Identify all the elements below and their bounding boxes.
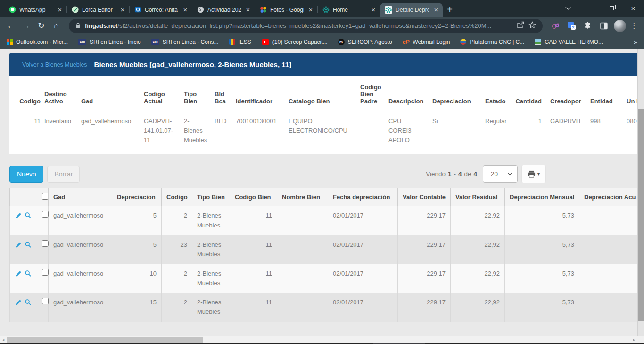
- close-icon[interactable]: ×: [432, 6, 440, 14]
- home-icon[interactable]: ⌂: [50, 21, 63, 31]
- col-valor-residual[interactable]: Valor Residual: [451, 188, 505, 206]
- cell-depreciacion: 5: [112, 235, 162, 264]
- tab-correo-outlook[interactable]: Correo: Anita Sos ×: [129, 3, 192, 17]
- print-button[interactable]: ▾: [521, 165, 546, 183]
- tab-google-fotos[interactable]: Fotos - Google F ×: [255, 3, 317, 17]
- col-depreciacion-mensual[interactable]: Depreciacion Mensual: [505, 188, 579, 206]
- vertical-scrollbar[interactable]: [637, 49, 644, 336]
- bookmark-iess[interactable]: IESS: [229, 39, 251, 45]
- close-icon[interactable]: ×: [119, 6, 126, 14]
- bookmark-webmail[interactable]: cP Webmail Login: [403, 39, 450, 45]
- nuevo-button[interactable]: Nuevo: [9, 166, 43, 183]
- tab-lorca-editor[interactable]: Lorca Editor — El ×: [66, 3, 129, 17]
- col-valor-contable[interactable]: Valor Contable: [398, 188, 451, 206]
- close-icon[interactable]: ×: [56, 6, 64, 14]
- col-codigo[interactable]: Codigo: [162, 188, 192, 206]
- view-magnifier-icon[interactable]: [25, 270, 32, 280]
- bookmark-sercop-youtube[interactable]: (10) Sercop Capacit...: [262, 39, 328, 45]
- view-magnifier-icon[interactable]: [25, 299, 32, 309]
- table-header-row: Gad Depreciacion Codigo Tipo Bien Codigo…: [10, 188, 638, 206]
- tab-whatsapp[interactable]: WhatsApp ×: [4, 3, 66, 17]
- col-depreciacion-acumulada[interactable]: Depreciacion Acu: [579, 188, 638, 206]
- scroll-right-arrow-icon[interactable]: ▸: [631, 336, 637, 343]
- edit-pencil-icon[interactable]: [15, 241, 22, 251]
- master-cell: Regular: [485, 117, 515, 126]
- page-size-select[interactable]: 20: [483, 165, 518, 183]
- borrar-button[interactable]: Borrar: [47, 166, 80, 183]
- master-cell: 1: [515, 117, 550, 126]
- weather-extension-icon[interactable]: [549, 19, 562, 33]
- side-panel-icon[interactable]: [597, 19, 611, 33]
- master-cell: Si: [432, 117, 485, 126]
- lorca-icon: [71, 6, 79, 14]
- printer-icon: [528, 170, 536, 178]
- bookmark-label: Plataforma CNC | C...: [470, 39, 524, 45]
- master-cell: EQUIPO ELECTRONICO/CPU: [289, 117, 360, 135]
- col-gad[interactable]: Gad: [49, 188, 112, 206]
- edit-pencil-icon[interactable]: [15, 212, 22, 222]
- row-checkbox[interactable]: [42, 240, 49, 247]
- maximize-button[interactable]: [601, 0, 622, 17]
- view-magnifier-icon[interactable]: [25, 212, 32, 222]
- minimize-button[interactable]: [579, 0, 601, 17]
- col-codigo-bien[interactable]: Codigo Bien: [230, 188, 277, 206]
- cell-codigo: 2: [162, 264, 192, 293]
- bookmark-sri-consultas[interactable]: SRI SRI en Línea - Cons...: [151, 39, 219, 45]
- select-all-checkbox[interactable]: [42, 193, 49, 200]
- caret-down-icon: ▾: [537, 171, 540, 176]
- row-checkbox[interactable]: [42, 211, 49, 218]
- cell-nombre-bien: [277, 293, 328, 322]
- col-depreciacion[interactable]: Depreciacion: [112, 188, 162, 206]
- cell-fecha-depreciacion: 02/01/2017: [328, 293, 398, 322]
- tab-detalle-depreciacion-active[interactable]: Detalle Deprecia ×: [380, 3, 443, 17]
- bookmark-star-icon[interactable]: [528, 21, 536, 30]
- vertical-scrollbar-thumb[interactable]: [638, 109, 644, 321]
- tab-actividad[interactable]: Actividad 2023-0 ×: [192, 3, 255, 17]
- tab-home[interactable]: Home ×: [317, 3, 380, 17]
- bookmarks-overflow-icon[interactable]: »: [634, 38, 637, 46]
- profile-avatar[interactable]: [613, 19, 627, 33]
- bookmark-plataforma-cnc[interactable]: Plataforma CNC | C...: [460, 39, 524, 45]
- page-size-value: 20: [491, 170, 498, 177]
- close-icon[interactable]: ×: [370, 6, 377, 14]
- cell-nombre-bien: [277, 206, 328, 235]
- browser-menu-icon[interactable]: ⋮: [629, 22, 639, 30]
- bookmarks-bar: Outlook.com - Micr... SRI SRI en Línea -…: [0, 35, 644, 49]
- extensions-puzzle-icon[interactable]: [581, 19, 594, 33]
- view-magnifier-icon[interactable]: [25, 241, 32, 251]
- total-count: 4: [473, 170, 477, 177]
- close-icon[interactable]: ×: [182, 6, 189, 14]
- cell-depreciacion-mensual: 5,73: [505, 264, 579, 293]
- horizontal-scrollbar-thumb[interactable]: [7, 337, 203, 343]
- cpanel-icon: cP: [403, 39, 410, 45]
- close-icon[interactable]: ×: [244, 6, 252, 14]
- edit-pencil-icon[interactable]: [15, 299, 22, 309]
- tab-search-chevron-icon[interactable]: [557, 0, 579, 17]
- table-row: gad_vallehermoso 5 23 2-Bienes Muebles 1…: [10, 235, 638, 264]
- back-to-bienes-muebles-link[interactable]: Volver a Bienes Muebles: [22, 61, 87, 68]
- master-col-header: Entidad: [590, 98, 627, 105]
- cell-depreciacion-mensual: 5,73: [505, 293, 579, 322]
- row-checkbox[interactable]: [42, 269, 49, 276]
- col-tipo-bien[interactable]: Tipo Bien: [192, 188, 230, 206]
- master-cell: gad_vallehermoso: [81, 117, 144, 126]
- window-close-button[interactable]: ×: [622, 0, 644, 17]
- scroll-left-arrow-icon[interactable]: ◂: [0, 336, 7, 343]
- reload-icon[interactable]: ↻: [35, 21, 48, 31]
- col-fecha-depreciacion[interactable]: Fecha depreciación: [328, 188, 398, 206]
- row-checkbox[interactable]: [42, 298, 49, 304]
- bookmark-gad-valle-hermoso[interactable]: GAD VALLE HERMO...: [535, 39, 603, 45]
- back-icon[interactable]: ←: [5, 21, 17, 31]
- bookmark-sri-inicio[interactable]: SRI SRI en Línea - Inicio: [78, 39, 141, 45]
- col-nombre-bien[interactable]: Nombre Bien: [277, 188, 328, 206]
- bookmark-sercop-agosto[interactable]: m SERCOP: Agosto: [338, 39, 392, 45]
- forward-icon[interactable]: →: [20, 21, 33, 31]
- close-icon[interactable]: ×: [307, 6, 314, 14]
- edit-pencil-icon[interactable]: [15, 270, 22, 280]
- new-tab-button[interactable]: +: [443, 3, 457, 17]
- translate-extension-icon[interactable]: [565, 19, 578, 33]
- bookmark-outlook[interactable]: Outlook.com - Micr...: [7, 39, 68, 45]
- address-bar[interactable]: fingads.net/sf2/activos/detalle_deprecia…: [69, 19, 543, 33]
- share-icon[interactable]: [517, 21, 524, 30]
- horizontal-scrollbar[interactable]: ◂ ▸: [0, 336, 644, 343]
